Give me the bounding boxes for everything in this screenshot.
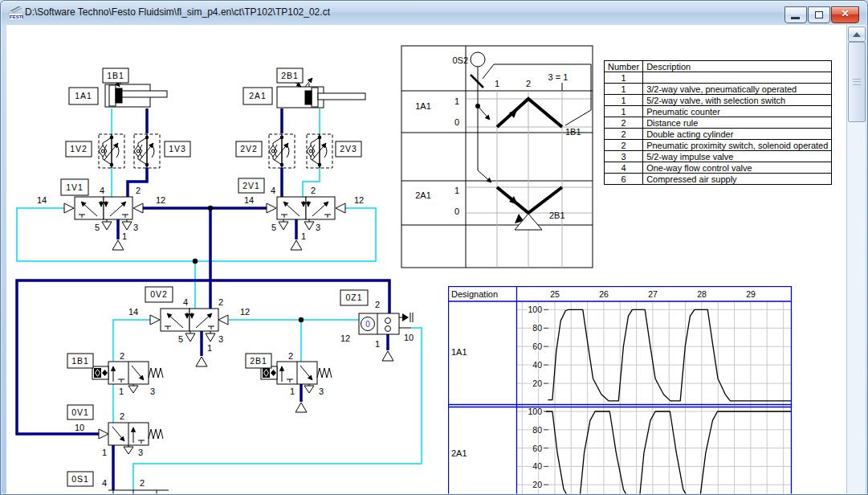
part-description: One-way flow control valve xyxy=(643,162,832,174)
trace-end-label-1b1: 1B1 xyxy=(565,127,581,137)
parts-list-table[interactable]: Number Description 113/2-way valve, pneu… xyxy=(604,60,832,185)
parts-list-row: 2Pneumatic proximity switch, solenoid op… xyxy=(605,140,832,151)
part-quantity: 1 xyxy=(605,95,643,106)
state-diagram: 10010080806060404020202526272829 Designa… xyxy=(448,286,793,495)
port-label: 4 xyxy=(100,186,104,195)
port-label: 1 xyxy=(207,343,212,353)
port-label: 5 xyxy=(95,223,100,232)
port-label: 12 xyxy=(156,195,165,205)
component-tag-2v1: 2V1 xyxy=(242,181,260,190)
sensor-tag-2b1: 2B1 xyxy=(281,71,299,80)
port-label: 4 xyxy=(271,186,275,195)
cylinder-1a1[interactable]: 1B1 1A1 xyxy=(69,68,167,107)
parts-list-row: 1Pneumatic counter xyxy=(605,106,832,117)
sensor-tag-1b1: 1B1 xyxy=(107,71,124,80)
valve-2v1[interactable]: 2V1 4 2 5 1 3 14 12 xyxy=(238,178,364,250)
flow-control-2v2[interactable]: 2V2 xyxy=(236,134,295,168)
parts-list-row: 6Compressed air supply xyxy=(605,174,832,185)
port-label: 4 xyxy=(183,297,188,307)
close-button[interactable]: ✕ xyxy=(831,6,859,23)
minimize-button[interactable] xyxy=(784,6,807,23)
restore-button[interactable] xyxy=(808,6,830,23)
part-description xyxy=(643,72,832,84)
counter-0z1[interactable]: 0 0Z1 2 1 12 10 xyxy=(340,290,414,361)
port-label: 2 xyxy=(311,186,316,195)
y-tick-label: 100 xyxy=(528,305,542,314)
parts-list-row: 35/2-way impulse valve xyxy=(605,151,832,162)
valve-0s1[interactable]: 0S1 4 2 xyxy=(67,472,169,495)
port-label: 3 xyxy=(316,223,320,232)
port-label: 14 xyxy=(244,195,254,205)
component-tag-2a1: 2A1 xyxy=(249,91,267,100)
state-diagram-panel[interactable]: 10010080806060404020202526272829 Designa… xyxy=(448,286,793,495)
part-quantity: 4 xyxy=(605,162,643,174)
valve-1v1[interactable]: 1V1 4 2 5 1 3 14 12 xyxy=(37,179,165,250)
start-switch-icon xyxy=(471,52,485,67)
level-label: 1 xyxy=(454,96,459,106)
festo-logo-icon: FESTO xyxy=(7,5,23,21)
component-tag-0v1: 0V1 xyxy=(71,407,89,417)
y-tick-label: 40 xyxy=(532,360,542,370)
valve-1b1[interactable]: 1B1 2 1 3 xyxy=(67,351,163,396)
component-tag-2b1-valve: 2B1 xyxy=(250,356,267,366)
panel-label-1a1: 1A1 xyxy=(451,347,467,357)
port-label: 1 xyxy=(301,231,306,241)
part-quantity: 2 xyxy=(605,117,643,129)
part-description: Pneumatic counter xyxy=(643,106,832,117)
scroll-up-button[interactable] xyxy=(848,27,866,42)
scrollbar-thumb[interactable] xyxy=(848,42,866,122)
valve-2b1[interactable]: 2B1 2 1 3 xyxy=(246,351,332,412)
y-tick-label: 60 xyxy=(532,444,542,453)
air-supply-icon xyxy=(295,403,307,412)
port-label: 1 xyxy=(122,231,127,241)
scroll-up-icon xyxy=(853,32,861,37)
y-tick-label: 40 xyxy=(532,461,542,471)
air-supply-icon xyxy=(196,357,207,366)
vertical-scrollbar[interactable] xyxy=(846,25,866,495)
valve-0v1[interactable]: 0V1 10 2 1 3 xyxy=(67,405,163,457)
part-description: 5/2-way valve, with selection switch xyxy=(643,95,832,106)
restore-icon xyxy=(815,11,823,18)
displacement-step-diagram[interactable]: 0S2 1 2 3 = 1 1A1 1 0 2A1 1 0 1B1 2B1 xyxy=(401,46,593,268)
flow-control-1v3[interactable]: 1V3 xyxy=(134,134,190,168)
port-label: 14 xyxy=(37,195,47,205)
schematic-canvas[interactable]: 1B1 1A1 2B1 2A1 xyxy=(6,25,847,495)
parts-list-row: 4One-way flow control valve xyxy=(605,162,832,174)
panel-label-2a1: 2A1 xyxy=(451,448,467,458)
part-description: Distance rule xyxy=(643,117,832,129)
level-label: 1 xyxy=(454,186,459,195)
port-label: 5 xyxy=(271,223,276,232)
port-label: 12 xyxy=(340,333,350,343)
component-tag-0s1: 0S1 xyxy=(71,474,89,484)
parts-list-row: 1 xyxy=(605,72,832,84)
svg-text:FESTO: FESTO xyxy=(10,14,23,19)
part-quantity: 3 xyxy=(605,151,643,162)
part-description: 3/2-way valve, pneumatically operated xyxy=(643,84,832,95)
x-tick-label: 29 xyxy=(746,289,756,299)
component-tag-0z1: 0Z1 xyxy=(345,292,362,302)
level-label: 0 xyxy=(454,117,459,127)
valve-0v2[interactable]: 0V2 4 2 5 1 3 14 12 xyxy=(128,287,250,366)
title-bar[interactable]: FESTO D:\Software Techno\Festo Fluidsim\… xyxy=(0,0,868,25)
component-tag-1b1-valve: 1B1 xyxy=(71,356,89,366)
x-tick-label: 26 xyxy=(599,289,609,299)
port-label: 2 xyxy=(120,411,124,421)
reset-button-icon xyxy=(402,313,409,321)
minimize-icon xyxy=(791,17,800,19)
cylinder-2a1[interactable]: 2B1 2A1 xyxy=(243,68,365,108)
air-supply-icon xyxy=(291,240,302,250)
port-label: 5 xyxy=(178,334,183,344)
parts-list-row: 2Double acting cylinder xyxy=(605,129,832,140)
flow-control-2v3[interactable]: 2V3 xyxy=(307,134,361,168)
part-description: Pneumatic proximity switch, solenoid ope… xyxy=(643,140,832,151)
component-tag-1v2: 1V2 xyxy=(70,144,88,153)
counter-value: 0 xyxy=(365,320,370,329)
flow-control-1v2[interactable]: 1V2 xyxy=(66,134,124,168)
y-tick-label: 20 xyxy=(532,480,542,489)
part-quantity: 1 xyxy=(605,106,643,117)
port-label: 2 xyxy=(288,351,293,361)
port-label: 3 xyxy=(150,387,155,396)
scrollbar-grip-icon xyxy=(853,79,861,85)
row-label-1a1: 1A1 xyxy=(415,101,431,111)
parts-list-row: 2Distance rule xyxy=(605,117,832,129)
